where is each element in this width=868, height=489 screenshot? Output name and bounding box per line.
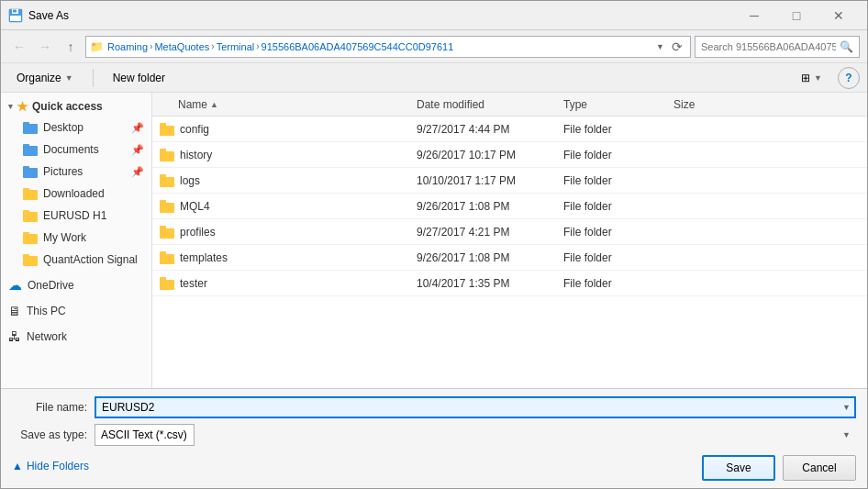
- file-name-history: history: [180, 149, 212, 161]
- sidebar-item-eurusd[interactable]: EURUSD H1: [1, 205, 151, 227]
- mywork-label: My Work: [43, 231, 86, 244]
- savetype-select[interactable]: ASCII Text (*.csv): [95, 424, 195, 446]
- file-type-logs: File folder: [563, 174, 673, 187]
- file-type-mql4: File folder: [563, 200, 673, 213]
- file-row[interactable]: MQL4 9/26/2017 1:08 PM File folder: [152, 194, 867, 219]
- sidebar-item-mywork[interactable]: My Work: [1, 227, 151, 249]
- file-row[interactable]: logs 10/10/2017 1:17 PM File folder: [152, 168, 867, 194]
- quick-access-section: ▾ ★ Quick access Desktop 📌: [1, 96, 151, 271]
- search-icon: 🔍: [840, 40, 853, 53]
- hide-folders-button[interactable]: ▲ Hide Folders: [12, 456, 89, 476]
- sidebar-item-onedrive[interactable]: ☁ OneDrive: [1, 274, 151, 296]
- downloaded-label: Downloaded: [43, 187, 105, 200]
- sidebar-item-documents[interactable]: Documents 📌: [1, 139, 151, 161]
- quantaction-label: QuantAction Signal: [43, 253, 138, 266]
- documents-label: Documents: [43, 143, 99, 156]
- folder-icon-config: [160, 123, 174, 136]
- bottom-bar: File name: Save as type: ASCII Text (*.c…: [1, 388, 867, 488]
- folder-icon-logs: [160, 174, 174, 187]
- sidebar-item-quantaction[interactable]: QuantAction Signal: [1, 249, 151, 271]
- thispc-section: 🖥 This PC: [1, 300, 151, 322]
- sidebar-item-downloaded[interactable]: Downloaded: [1, 183, 151, 205]
- address-bar[interactable]: 📁 Roaming › MetaQuotes › Terminal › 9155…: [85, 36, 691, 58]
- folder-icon-mql4: [160, 200, 174, 213]
- search-box: 🔍: [695, 36, 860, 58]
- quick-access-icon: ★: [17, 99, 28, 114]
- col-header-name[interactable]: Name ▲: [160, 98, 417, 111]
- breadcrumb-sep-1: ›: [150, 41, 152, 51]
- refresh-button[interactable]: ⟳: [668, 38, 686, 56]
- view-button[interactable]: ⊞ ▼: [793, 67, 830, 89]
- main-content: ▾ ★ Quick access Desktop 📌: [1, 93, 867, 388]
- file-row[interactable]: profiles 9/27/2017 4:21 PM File folder: [152, 219, 867, 245]
- breadcrumb-sep-3: ›: [256, 41, 259, 51]
- breadcrumb-metaquotes[interactable]: MetaQuotes: [154, 41, 209, 52]
- titlebar: Save As ─ □ ✕: [1, 1, 867, 30]
- breadcrumb-terminal[interactable]: Terminal: [217, 41, 255, 52]
- sidebar-item-network[interactable]: 🖧 Network: [1, 326, 151, 348]
- file-name-config: config: [180, 123, 209, 136]
- search-input[interactable]: [701, 41, 836, 52]
- back-icon: ←: [13, 39, 26, 54]
- organize-button[interactable]: Organize ▼: [8, 67, 82, 89]
- forward-button[interactable]: →: [34, 36, 56, 58]
- quick-access-label: Quick access: [32, 100, 103, 113]
- col-header-date[interactable]: Date modified: [417, 98, 563, 111]
- folder-icon-tester: [160, 277, 174, 290]
- sidebar-item-pictures[interactable]: Pictures 📌: [1, 161, 151, 183]
- breadcrumb-guid[interactable]: 915566BA06ADA407569C544CC0D97611: [262, 41, 454, 52]
- breadcrumb-roaming[interactable]: Roaming: [107, 41, 148, 52]
- save-label: Save: [726, 461, 751, 474]
- folder-icon-templates: [160, 251, 174, 264]
- downloaded-folder-icon: [23, 188, 38, 200]
- help-button[interactable]: ?: [838, 67, 860, 89]
- col-header-type[interactable]: Type: [563, 98, 673, 111]
- close-button[interactable]: ✕: [818, 1, 860, 30]
- file-row[interactable]: templates 9/26/2017 1:08 PM File folder: [152, 245, 867, 271]
- cancel-label: Cancel: [802, 461, 836, 474]
- hide-folders-chevron: ▲: [12, 460, 23, 472]
- col-header-size[interactable]: Size: [673, 98, 747, 111]
- eurusd-folder-icon: [23, 210, 38, 222]
- documents-folder-icon: [23, 144, 38, 156]
- filename-input[interactable]: [95, 396, 856, 418]
- quick-access-chevron: ▾: [8, 102, 13, 111]
- file-row[interactable]: tester 10/4/2017 1:35 PM File folder: [152, 271, 867, 296]
- file-name-profiles: profiles: [180, 226, 216, 239]
- filename-input-wrapper: [95, 396, 856, 418]
- save-icon: [8, 8, 23, 23]
- action-buttons: Save Cancel: [702, 455, 856, 481]
- sidebar-item-thispc[interactable]: 🖥 This PC: [1, 300, 151, 322]
- titlebar-title: Save As: [28, 9, 69, 22]
- cancel-button[interactable]: Cancel: [783, 455, 856, 481]
- svg-rect-2: [13, 9, 17, 12]
- quick-access-header[interactable]: ▾ ★ Quick access: [1, 96, 151, 117]
- file-row[interactable]: config 9/27/2017 4:44 PM File folder: [152, 117, 867, 142]
- back-button[interactable]: ←: [8, 36, 30, 58]
- file-date-mql4: 9/26/2017 1:08 PM: [417, 200, 563, 213]
- file-list: Name ▲ Date modified Type Size config: [152, 93, 867, 388]
- filename-label: File name:: [12, 401, 95, 414]
- savetype-label: Save as type:: [12, 428, 95, 441]
- file-name-mql4: MQL4: [180, 200, 210, 213]
- up-button[interactable]: ↑: [60, 36, 82, 58]
- breadcrumb-sep-2: ›: [211, 41, 214, 51]
- minimize-button[interactable]: ─: [733, 1, 775, 30]
- maximize-button[interactable]: □: [775, 1, 818, 30]
- hide-folders-label: Hide Folders: [27, 460, 89, 472]
- help-icon: ?: [845, 72, 851, 84]
- onedrive-label: OneDrive: [28, 279, 74, 292]
- file-row[interactable]: history 9/26/2017 10:17 PM File folder: [152, 142, 867, 168]
- date-header-label: Date modified: [417, 98, 484, 111]
- onedrive-icon: ☁: [8, 277, 22, 294]
- desktop-folder-icon: [23, 122, 38, 134]
- toolbar-separator: [93, 69, 94, 87]
- sidebar-item-desktop[interactable]: Desktop 📌: [1, 117, 151, 139]
- new-folder-label: New folder: [113, 72, 165, 84]
- new-folder-button[interactable]: New folder: [105, 67, 173, 89]
- up-icon: ↑: [68, 39, 74, 54]
- folder-icon: 📁: [90, 40, 104, 53]
- file-date-logs: 10/10/2017 1:17 PM: [417, 174, 563, 187]
- file-date-config: 9/27/2017 4:44 PM: [417, 123, 563, 136]
- save-button[interactable]: Save: [702, 455, 775, 481]
